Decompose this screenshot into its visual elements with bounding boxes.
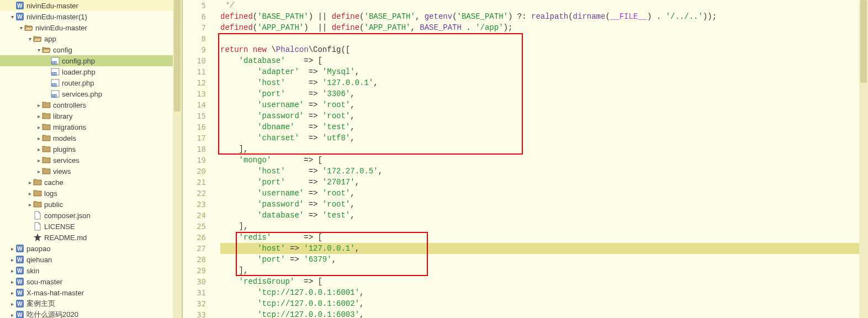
chevron-down-icon[interactable]: ▾ (27, 33, 33, 44)
sidebar-scrollbar[interactable] (173, 0, 182, 318)
fold-marker[interactable] (210, 166, 218, 177)
chevron-right-icon[interactable]: ▸ (35, 132, 42, 144)
code-line[interactable]: ], (220, 265, 868, 276)
fold-marker[interactable] (210, 243, 218, 254)
chevron-down-icon[interactable]: ▾ (18, 22, 24, 33)
tree-item-skin[interactable]: ▸Wskin (0, 265, 182, 276)
fold-marker[interactable] (210, 144, 218, 155)
tree-item-router-php[interactable]: PHProuter.php (0, 77, 182, 88)
code-line[interactable]: 'host' => '127.0.0.1', (220, 77, 868, 88)
code-line[interactable]: ], (220, 144, 868, 155)
tree-item-config-php[interactable]: PHPconfig.php (0, 55, 182, 66)
chevron-right-icon[interactable]: ▸ (35, 121, 42, 132)
tree-item-nivinedu-master-1-[interactable]: ▾WnivinEdu-master(1) (0, 11, 182, 22)
tree-item-qiehuan[interactable]: ▸Wqiehuan (0, 254, 182, 265)
chevron-right-icon[interactable]: ▸ (9, 254, 15, 265)
code-line[interactable]: 'charset' => 'utf8', (220, 132, 868, 144)
code-area[interactable]: */defined('BASE_PATH') || define('BASE_P… (218, 0, 868, 318)
editor[interactable]: 5678910111213141516171819202122232425262… (183, 0, 868, 318)
editor-scrollbar[interactable] (859, 0, 868, 318)
fold-marker[interactable] (210, 221, 218, 232)
fold-marker[interactable] (210, 66, 218, 77)
code-line[interactable] (220, 33, 868, 44)
chevron-right-icon[interactable]: ▸ (35, 166, 42, 177)
fold-marker[interactable] (210, 298, 218, 309)
chevron-right-icon[interactable]: ▸ (27, 177, 33, 188)
tree-item-public[interactable]: ▸public (0, 199, 182, 210)
chevron-right-icon[interactable]: ▸ (9, 287, 15, 298)
chevron-right-icon[interactable]: ▸ (27, 199, 33, 210)
project-tree[interactable]: WnivinEdu-master▾WnivinEdu-master(1)▾niv… (0, 0, 182, 318)
code-line[interactable]: 'redisGroup' => [ (220, 276, 868, 287)
chevron-right-icon[interactable]: ▸ (9, 265, 15, 276)
tree-item-config[interactable]: ▾config (0, 44, 182, 55)
tree-item-plugins[interactable]: ▸plugins (0, 144, 182, 155)
fold-marker[interactable] (210, 11, 218, 22)
fold-marker[interactable] (210, 276, 218, 287)
tree-item-services-php[interactable]: PHPservices.php (0, 88, 182, 99)
tree-item-app[interactable]: ▾app (0, 33, 182, 44)
code-line[interactable]: 'database' => [ (220, 55, 868, 66)
code-line[interactable]: 'port' => '6379', (220, 254, 868, 265)
code-line[interactable]: ], (220, 221, 868, 232)
chevron-right-icon[interactable]: ▸ (35, 144, 42, 155)
code-line[interactable]: 'database' => 'test', (220, 210, 868, 221)
fold-marker[interactable] (210, 155, 218, 166)
code-line[interactable]: 'host' => '172.27.0.5', (220, 166, 868, 177)
chevron-down-icon[interactable]: ▾ (9, 11, 15, 22)
tree-item-readme-md[interactable]: README.md (0, 232, 182, 243)
code-line[interactable]: 'mongo' => [ (220, 155, 868, 166)
tree-item-services[interactable]: ▸services (0, 155, 182, 166)
fold-marker[interactable] (210, 110, 218, 121)
chevron-right-icon[interactable]: ▸ (9, 243, 15, 254)
code-line[interactable]: 'password' => 'root', (220, 110, 868, 121)
fold-marker[interactable] (210, 22, 218, 33)
fold-marker[interactable] (210, 0, 218, 11)
fold-marker[interactable] (210, 232, 218, 243)
tree-item-views[interactable]: ▸views (0, 166, 182, 177)
tree-item-controllers[interactable]: ▸controllers (0, 99, 182, 110)
fold-marker[interactable] (210, 88, 218, 99)
fold-marker[interactable] (210, 132, 218, 144)
fold-marker[interactable] (210, 254, 218, 265)
code-line[interactable]: 'host' => '127.0.0.1', (220, 243, 868, 254)
tree-item-nivinedu-master[interactable]: WnivinEdu-master (0, 0, 182, 11)
code-line[interactable]: defined('APP_PATH') || define('APP_PATH'… (220, 22, 868, 33)
tree-item-paopao[interactable]: ▸Wpaopao (0, 243, 182, 254)
code-line[interactable]: 'tcp://127.0.0.1:6003', (220, 309, 868, 318)
code-line[interactable]: defined('BASE_PATH') || define('BASE_PAT… (220, 11, 868, 22)
fold-marker[interactable] (210, 44, 218, 55)
tree-item-loader-php[interactable]: PHPloader.php (0, 66, 182, 77)
tree-item-x-mas-hat-master[interactable]: ▸WX-mas-hat-master (0, 287, 182, 298)
fold-marker[interactable] (210, 287, 218, 298)
chevron-right-icon[interactable]: ▸ (27, 188, 33, 199)
chevron-right-icon[interactable]: ▸ (35, 155, 42, 166)
fold-marker[interactable] (210, 121, 218, 132)
code-line[interactable]: 'redis' => [ (220, 232, 868, 243)
code-line[interactable]: 'port' => '3306', (220, 88, 868, 99)
tree-item-composer-json[interactable]: composer.json (0, 210, 182, 221)
fold-marker[interactable] (210, 188, 218, 199)
chevron-right-icon[interactable]: ▸ (9, 298, 15, 309)
chevron-right-icon[interactable]: ▸ (9, 276, 15, 287)
chevron-right-icon[interactable]: ▸ (9, 309, 15, 318)
fold-marker[interactable] (210, 199, 218, 210)
fold-marker[interactable] (210, 33, 218, 44)
code-line[interactable]: 'tcp://127.0.0.1:6001', (220, 287, 868, 298)
code-line[interactable]: 'username' => 'root', (220, 99, 868, 110)
code-line[interactable]: */ (220, 0, 868, 11)
fold-marker[interactable] (210, 99, 218, 110)
tree-item--2020[interactable]: ▸W吃什么源码2020 (0, 309, 182, 318)
fold-marker[interactable] (210, 77, 218, 88)
code-line[interactable]: 'password' => 'root', (220, 199, 868, 210)
fold-marker[interactable] (210, 55, 218, 66)
tree-item-cache[interactable]: ▸cache (0, 177, 182, 188)
code-line[interactable]: 'tcp://127.0.0.1:6002', (220, 298, 868, 309)
fold-column[interactable] (210, 0, 218, 318)
tree-item-sou-master[interactable]: ▸Wsou-master (0, 276, 182, 287)
chevron-down-icon[interactable]: ▾ (35, 44, 42, 55)
code-line[interactable]: 'port' => '27017', (220, 177, 868, 188)
fold-marker[interactable] (210, 309, 218, 318)
tree-item-library[interactable]: ▸library (0, 110, 182, 121)
fold-marker[interactable] (210, 177, 218, 188)
